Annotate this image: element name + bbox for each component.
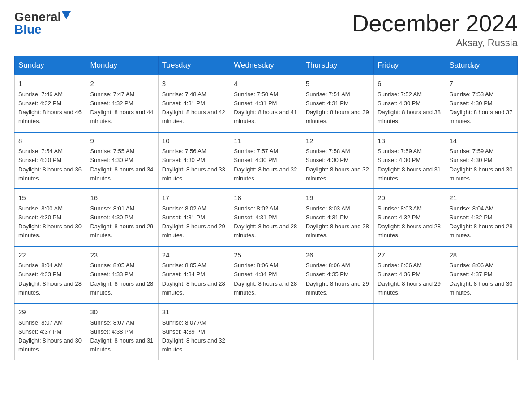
day-number: 4	[234, 79, 298, 89]
day-info: Sunrise: 8:05 AMSunset: 4:33 PMDaylight:…	[90, 262, 153, 296]
day-info: Sunrise: 8:06 AMSunset: 4:37 PMDaylight:…	[450, 262, 513, 296]
header-tuesday: Tuesday	[158, 56, 230, 75]
logo-blue-text: Blue	[14, 23, 42, 36]
day-cell: 25 Sunrise: 8:06 AMSunset: 4:34 PMDaylig…	[230, 246, 302, 304]
day-cell: 27 Sunrise: 8:06 AMSunset: 4:36 PMDaylig…	[374, 246, 446, 304]
day-number: 25	[234, 250, 298, 261]
day-info: Sunrise: 8:06 AMSunset: 4:34 PMDaylight:…	[234, 262, 297, 296]
header-saturday: Saturday	[446, 56, 517, 75]
day-number: 21	[450, 193, 514, 203]
week-row-1: 1 Sunrise: 7:46 AMSunset: 4:32 PMDayligh…	[15, 75, 518, 132]
day-info: Sunrise: 8:03 AMSunset: 4:32 PMDaylight:…	[378, 205, 441, 239]
day-info: Sunrise: 7:51 AMSunset: 4:31 PMDaylight:…	[306, 91, 369, 125]
day-cell: 10 Sunrise: 7:56 AMSunset: 4:30 PMDaylig…	[158, 132, 230, 189]
day-number: 31	[162, 307, 226, 317]
day-number: 2	[90, 79, 154, 89]
header-friday: Friday	[374, 56, 446, 75]
day-number: 29	[18, 307, 82, 317]
week-row-2: 8 Sunrise: 7:54 AMSunset: 4:30 PMDayligh…	[15, 132, 518, 189]
header-wednesday: Wednesday	[230, 56, 302, 75]
day-number: 16	[90, 193, 154, 203]
day-number: 24	[162, 250, 226, 261]
day-number: 30	[90, 307, 154, 317]
day-cell: 21 Sunrise: 8:04 AMSunset: 4:32 PMDaylig…	[446, 189, 517, 246]
day-number: 9	[90, 136, 154, 146]
day-cell: 7 Sunrise: 7:53 AMSunset: 4:30 PMDayligh…	[446, 75, 517, 132]
day-number: 3	[162, 79, 226, 89]
day-number: 19	[306, 193, 370, 203]
day-number: 28	[450, 250, 514, 261]
day-cell: 22 Sunrise: 8:04 AMSunset: 4:33 PMDaylig…	[15, 246, 86, 304]
page-header: General Blue December 2024 Aksay, Russia	[14, 11, 518, 49]
day-number: 15	[18, 193, 82, 203]
day-info: Sunrise: 7:50 AMSunset: 4:31 PMDaylight:…	[234, 91, 297, 125]
week-row-4: 22 Sunrise: 8:04 AMSunset: 4:33 PMDaylig…	[15, 246, 518, 304]
day-info: Sunrise: 8:06 AMSunset: 4:35 PMDaylight:…	[306, 262, 369, 296]
day-cell: 16 Sunrise: 8:01 AMSunset: 4:30 PMDaylig…	[86, 189, 158, 246]
day-number: 1	[18, 79, 82, 89]
day-cell	[230, 303, 302, 360]
page-title: December 2024	[352, 11, 518, 36]
header-thursday: Thursday	[302, 56, 373, 75]
day-cell: 29 Sunrise: 8:07 AMSunset: 4:37 PMDaylig…	[15, 303, 86, 360]
day-number: 6	[378, 79, 442, 89]
day-cell: 6 Sunrise: 7:52 AMSunset: 4:30 PMDayligh…	[374, 75, 446, 132]
day-info: Sunrise: 8:04 AMSunset: 4:32 PMDaylight:…	[450, 205, 513, 239]
day-cell: 2 Sunrise: 7:47 AMSunset: 4:32 PMDayligh…	[86, 75, 158, 132]
day-cell: 14 Sunrise: 7:59 AMSunset: 4:30 PMDaylig…	[446, 132, 517, 189]
day-cell: 23 Sunrise: 8:05 AMSunset: 4:33 PMDaylig…	[86, 246, 158, 304]
logo-triangle-icon	[62, 11, 71, 19]
day-info: Sunrise: 8:06 AMSunset: 4:36 PMDaylight:…	[378, 262, 441, 296]
header-sunday: Sunday	[15, 56, 86, 75]
calendar-table: Sunday Monday Tuesday Wednesday Thursday…	[14, 56, 518, 360]
logo-general-text: General	[14, 11, 61, 23]
day-cell: 18 Sunrise: 8:02 AMSunset: 4:31 PMDaylig…	[230, 189, 302, 246]
day-number: 18	[234, 193, 298, 203]
day-cell: 15 Sunrise: 8:00 AMSunset: 4:30 PMDaylig…	[15, 189, 86, 246]
day-info: Sunrise: 7:48 AMSunset: 4:31 PMDaylight:…	[162, 91, 225, 125]
day-number: 13	[378, 136, 442, 146]
day-info: Sunrise: 7:54 AMSunset: 4:30 PMDaylight:…	[18, 148, 82, 182]
day-info: Sunrise: 7:53 AMSunset: 4:30 PMDaylight:…	[450, 91, 513, 125]
calendar-header-row: Sunday Monday Tuesday Wednesday Thursday…	[15, 56, 518, 75]
day-info: Sunrise: 7:52 AMSunset: 4:30 PMDaylight:…	[378, 91, 441, 125]
day-info: Sunrise: 7:59 AMSunset: 4:30 PMDaylight:…	[378, 148, 441, 182]
day-number: 17	[162, 193, 226, 203]
week-row-3: 15 Sunrise: 8:00 AMSunset: 4:30 PMDaylig…	[15, 189, 518, 246]
logo: General Blue	[14, 11, 71, 36]
day-cell: 30 Sunrise: 8:07 AMSunset: 4:38 PMDaylig…	[86, 303, 158, 360]
day-info: Sunrise: 8:07 AMSunset: 4:38 PMDaylight:…	[90, 319, 153, 353]
day-info: Sunrise: 8:02 AMSunset: 4:31 PMDaylight:…	[162, 205, 225, 239]
day-info: Sunrise: 7:59 AMSunset: 4:30 PMDaylight:…	[450, 148, 513, 182]
day-cell: 1 Sunrise: 7:46 AMSunset: 4:32 PMDayligh…	[15, 75, 86, 132]
day-cell: 17 Sunrise: 8:02 AMSunset: 4:31 PMDaylig…	[158, 189, 230, 246]
day-number: 12	[306, 136, 370, 146]
day-info: Sunrise: 7:47 AMSunset: 4:32 PMDaylight:…	[90, 91, 153, 125]
day-cell: 9 Sunrise: 7:55 AMSunset: 4:30 PMDayligh…	[86, 132, 158, 189]
day-info: Sunrise: 8:04 AMSunset: 4:33 PMDaylight:…	[18, 262, 82, 296]
day-cell: 8 Sunrise: 7:54 AMSunset: 4:30 PMDayligh…	[15, 132, 86, 189]
day-info: Sunrise: 8:07 AMSunset: 4:37 PMDaylight:…	[18, 319, 82, 353]
day-number: 7	[450, 79, 514, 89]
day-number: 26	[306, 250, 370, 261]
day-info: Sunrise: 8:01 AMSunset: 4:30 PMDaylight:…	[90, 205, 153, 239]
day-info: Sunrise: 7:58 AMSunset: 4:30 PMDaylight:…	[306, 148, 369, 182]
day-cell	[374, 303, 446, 360]
day-cell: 5 Sunrise: 7:51 AMSunset: 4:31 PMDayligh…	[302, 75, 373, 132]
day-cell: 24 Sunrise: 8:05 AMSunset: 4:34 PMDaylig…	[158, 246, 230, 304]
day-cell	[302, 303, 373, 360]
day-number: 20	[378, 193, 442, 203]
day-info: Sunrise: 7:55 AMSunset: 4:30 PMDaylight:…	[90, 148, 153, 182]
day-cell: 31 Sunrise: 8:07 AMSunset: 4:39 PMDaylig…	[158, 303, 230, 360]
day-number: 8	[18, 136, 82, 146]
day-number: 22	[18, 250, 82, 261]
day-info: Sunrise: 8:07 AMSunset: 4:39 PMDaylight:…	[162, 319, 225, 353]
day-info: Sunrise: 8:05 AMSunset: 4:34 PMDaylight:…	[162, 262, 225, 296]
day-number: 5	[306, 79, 370, 89]
day-info: Sunrise: 7:57 AMSunset: 4:30 PMDaylight:…	[234, 148, 297, 182]
day-cell: 11 Sunrise: 7:57 AMSunset: 4:30 PMDaylig…	[230, 132, 302, 189]
header-monday: Monday	[86, 56, 158, 75]
day-number: 11	[234, 136, 298, 146]
day-cell: 12 Sunrise: 7:58 AMSunset: 4:30 PMDaylig…	[302, 132, 373, 189]
page-subtitle: Aksay, Russia	[352, 37, 518, 49]
